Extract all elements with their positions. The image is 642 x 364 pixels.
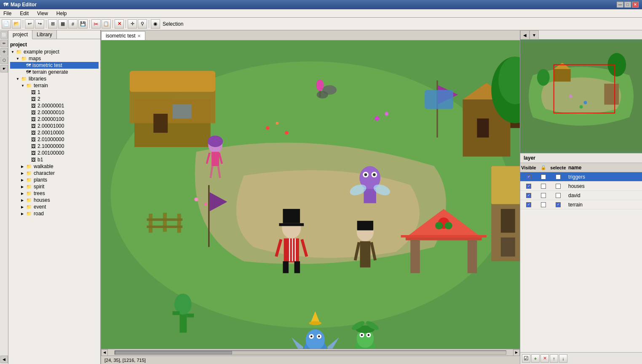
new-button[interactable]: 📄 [2,19,11,29]
tab-isometric-test[interactable]: isometric test ✕ [101,31,145,40]
tab-close-icon[interactable]: ✕ [137,34,141,38]
tree-item-terrain_201000000[interactable]: 🖼2.01000000 [10,136,99,143]
menu-edit[interactable]: Edit [18,10,30,17]
tree-item-houses[interactable]: ▶📁houses [10,197,99,203]
tab-project[interactable]: project [8,30,32,39]
open-button[interactable]: 📂 [12,19,21,29]
tree-item-spirit[interactable]: ▶📁spirit [10,183,99,190]
tree-item-terrain_200010000[interactable]: 🖼2.00010000 [10,129,99,136]
layer-add-button[interactable]: + [531,354,540,363]
close-button[interactable]: ✕ [632,2,639,8]
layer-check-all-button[interactable]: ☑ [522,354,530,363]
visible-check-triggers[interactable] [526,174,531,179]
tree-item-trees[interactable]: ▶📁trees [10,190,99,197]
tree-item-road[interactable]: ▶📁road [10,210,99,217]
layer-row-houses[interactable]: houses [520,182,642,191]
layer-select-david[interactable] [550,193,567,198]
left-tool-4[interactable]: ⬡ [0,56,8,64]
layer-delete-button[interactable]: ✕ [540,354,549,363]
stamp-button[interactable]: ◉ [151,19,160,29]
tree-item-isometric_test[interactable]: 🗺isometric test [10,62,99,69]
tree-item-terrain_200100000[interactable]: 🖼2.00100000 [10,150,99,156]
layer-down-button[interactable]: ↓ [559,354,567,363]
layer-up-button[interactable]: ↑ [550,354,558,363]
layer-lock-terrain[interactable] [537,202,550,207]
select-check-triggers[interactable] [556,174,561,179]
tree-item-terrain_200000100[interactable]: 🖼2.00000100 [10,116,99,123]
move-tool-button[interactable]: ✛ [128,19,137,29]
visible-check-david[interactable] [526,193,531,198]
select-check-houses[interactable] [556,184,561,189]
tree-label-terrain_generate: terrain generate [32,69,68,75]
layer-row-triggers[interactable]: triggers [520,172,642,182]
tree-item-maps[interactable]: ▼📁maps [10,55,99,62]
minimap-nav-left[interactable]: ◀ [520,30,530,40]
lock-check-houses[interactable] [541,184,546,189]
cancel-button[interactable]: ✕ [115,19,124,29]
maximize-button[interactable]: □ [624,2,631,8]
tree-icon-trees: 📁 [26,191,32,196]
tree-item-terrain[interactable]: ▼📁terrain [10,82,99,89]
left-tool-5[interactable]: ☛ [0,65,8,72]
minimize-button[interactable]: — [617,2,623,8]
redo-button[interactable]: ↪ [35,19,44,29]
scrollbar-track-h[interactable] [115,351,506,355]
tree-item-walkable[interactable]: ▶📁walkable [10,163,99,170]
menu-help[interactable]: Help [55,10,69,17]
tree-item-libraries[interactable]: ▼📁libraries [10,75,99,82]
layer-visible-terrain[interactable] [520,202,537,207]
select-check-terrain[interactable] [556,202,561,207]
minimap-nav-down[interactable]: ▼ [530,30,539,40]
tree-item-terrain_2[interactable]: 🖼2 [10,96,99,102]
layer-visible-david[interactable] [520,193,537,198]
scrollbar-thumb-h[interactable] [115,351,232,354]
select-tool-button[interactable]: ⚲ [138,19,147,29]
canvas-container[interactable] [101,40,520,349]
tree-item-b1[interactable]: 🖼b1 [10,156,99,163]
visible-check-houses[interactable] [526,184,531,189]
menu-view[interactable]: View [35,10,50,17]
tree-item-terrain_1[interactable]: 🖼1 [10,89,99,96]
tab-library[interactable]: Library [32,30,57,39]
visible-check-terrain[interactable] [526,202,531,207]
tree-item-terrain_200000001[interactable]: 🖼2.00000001 [10,102,99,109]
lock-check-terrain[interactable] [541,202,546,207]
select-check-david[interactable] [556,193,561,198]
layer-select-terrain[interactable] [550,202,567,207]
layer-select-triggers[interactable] [550,174,567,179]
tree-item-event[interactable]: ▶📁event [10,203,99,210]
tree-item-terrain_generate[interactable]: 🗺terrain generate [10,69,99,75]
lock-check-triggers[interactable] [541,174,546,179]
grid2-button[interactable]: ▦ [58,19,67,29]
layer-row-david[interactable]: david [520,191,642,200]
menu-file[interactable]: File [2,10,13,17]
layer-lock-triggers[interactable] [537,174,550,179]
tree-item-terrain_210000000[interactable]: 🖼2.10000000 [10,143,99,150]
horizontal-scrollbar[interactable]: ◀ ▶ [101,349,520,356]
lock-check-david[interactable] [541,193,546,198]
scroll-left[interactable]: ◀ [101,349,108,356]
paste-button[interactable]: 📋 [102,19,111,29]
layer-row-terrain[interactable]: terrain [520,200,642,209]
tree-item-plants[interactable]: ▶📁plants [10,177,99,183]
layer-visible-houses[interactable] [520,184,537,189]
undo-button[interactable]: ↩ [25,19,34,29]
left-collapse[interactable]: ◀ [0,356,8,363]
tree-item-terrain_200000010[interactable]: 🖼2.00000010 [10,109,99,116]
left-tool-2[interactable]: ✏ [0,40,8,47]
tree-icon-terrain_201000000: 🖼 [31,137,36,142]
left-tool-1[interactable]: ⬜ [0,31,8,39]
tree-item-character[interactable]: ▶📁character [10,170,99,177]
layer-select-houses[interactable] [550,184,567,189]
scroll-right[interactable]: ▶ [513,349,520,356]
left-tool-3[interactable]: ✛ [0,48,8,56]
layer-visible-triggers[interactable] [520,174,537,179]
hash-button[interactable]: # [68,19,78,29]
save-button[interactable]: 💾 [78,19,88,29]
tree-item-terrain_200001000[interactable]: 🖼2.00001000 [10,123,99,129]
cut-button[interactable]: ✂ [91,19,101,29]
layer-lock-houses[interactable] [537,184,550,189]
grid-button[interactable]: ⊞ [48,19,57,29]
layer-lock-david[interactable] [537,193,550,198]
tree-item-example_project[interactable]: ▼📁example project [10,48,99,55]
